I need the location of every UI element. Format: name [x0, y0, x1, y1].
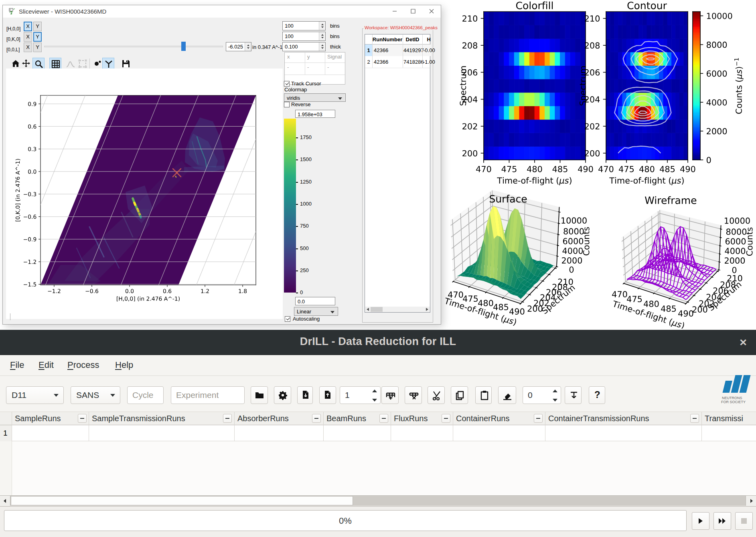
svg-text:NEUTRONS: NEUTRONS — [722, 396, 742, 400]
svg-text:FOR SOCIETY: FOR SOCIETY — [721, 400, 746, 404]
